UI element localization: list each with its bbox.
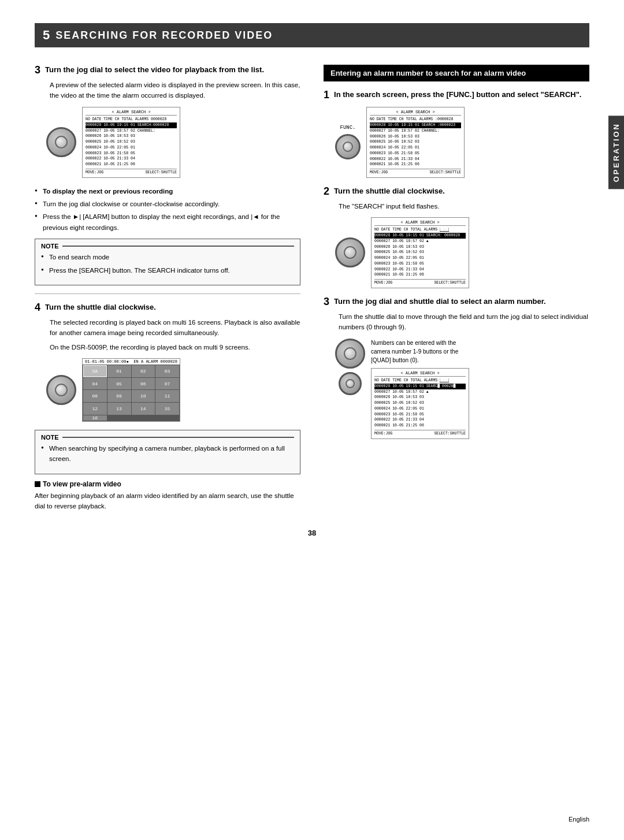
screen-r3-row4: 0000024 10-05 22:05 01 [374, 406, 466, 412]
right-step-3-body1: Turn the shuttle dial to move through th… [339, 311, 589, 333]
step-3-body: A preview of the selected alarm video is… [50, 80, 300, 101]
func-button [335, 134, 361, 159]
right-step-3-dials [335, 339, 365, 395]
right-step-2-number: 2 [324, 186, 329, 198]
to-view-heading-text: To view pre-alarm video [43, 480, 121, 488]
right-step-3-right-area: Numbers can be entered with the camera n… [371, 339, 475, 439]
grid-cell-01: 01 [107, 365, 131, 377]
chapter-title: SEARCHING FOR RECORDED VIDEO [55, 29, 273, 42]
screen-row-1d: 0000024 10-05 22:05 01 [86, 145, 177, 151]
alarm-screen-right-1: < ALARM SEARCH > NO DATE TIME CH TOTAL A… [366, 107, 465, 178]
right-step-1: 1 In the search screen, press the [FUNC.… [324, 90, 589, 178]
page-number: 38 [35, 529, 589, 537]
note-1-item-2: Press the [SEARCH] button. The SEARCH in… [41, 265, 294, 276]
jog-dial-inner-r2 [344, 246, 356, 259]
step-4-figure: 01-01-05 00:00:00●EN A ALARM 0000028 SA … [46, 358, 300, 422]
multi-screen-header: 01-01-05 00:00:00●EN A ALARM 0000028 [83, 359, 180, 365]
step-4-number: 4 [35, 302, 40, 314]
right-step-1-title: In the search screen, press the [FUNC.] … [334, 90, 581, 100]
jog-dial-inner-r3a [344, 347, 356, 360]
screen-r1-title: < ALARM SEARCH > [370, 109, 461, 116]
bullet-press: Press the ►| [ALARM] button to display t… [35, 211, 300, 233]
screen-r1-highlight: 0000028 10-05 19:15 01 SEARCH :0000023 [370, 122, 461, 128]
right-step-3-figure: Numbers can be entered with the camera n… [335, 339, 589, 439]
screen-row-1e: 0000023 10-05 21:58 05 [86, 151, 177, 157]
step-3: 3 Turn the jog dial to select the video … [35, 65, 300, 178]
step-3-bullets: To display the next or previous recordin… [35, 186, 300, 233]
to-view-body: After beginning playback of an alarm vid… [35, 490, 300, 512]
grid-cell-14: 14 [132, 403, 155, 415]
func-button-inner [343, 142, 353, 152]
screen-r3-title: < ALARM SEARCH > [374, 370, 466, 377]
grid-cell-16: 16 [83, 415, 107, 421]
note-label-2: NOTE [41, 434, 294, 441]
screen-r3-header: NO DATE TIME CH TOTAL ALARMS ████ [374, 378, 466, 384]
jog-dial-right-3a [335, 339, 365, 369]
screen-row-1c: 0000025 10-05 10:52 03 [86, 139, 177, 145]
alarm-screen-right-2: < ALARM SEARCH > NO DATE TIME CH TOTAL A… [371, 217, 469, 288]
right-step-2-body: The "SEARCH" input field flashes. [339, 201, 589, 211]
note-1-list: To end search mode Press the [SEARCH] bu… [41, 252, 294, 276]
right-step-2-title: Turn the shuttle dial clockwise. [334, 186, 445, 196]
screen-r2-footer: MOVE:JOGSELECT:SHUTTLE [374, 279, 466, 286]
main-content: 3 Turn the jog dial to select the video … [35, 65, 589, 511]
screen-r3-row3: 0000025 10-05 10:52 03 [374, 400, 466, 406]
screen-r3-row1: 0000027 10-05 18:57 02 ▲ [374, 389, 466, 395]
jog-dial-inner-4 [55, 384, 68, 396]
jog-dial-inner [55, 136, 68, 148]
screen-title-1: < ALARM SEARCH > [86, 109, 177, 116]
page-language: English [569, 816, 589, 823]
right-column: Entering an alarm number to search for a… [324, 65, 589, 511]
func-button-area: FUNC. [335, 125, 361, 159]
right-step-1-heading: 1 In the search screen, press the [FUNC.… [324, 90, 589, 101]
screen-r3-row2: 0000026 10-05 10:53 03 [374, 395, 466, 400]
grid-cell-02: 02 [132, 365, 155, 377]
screen-r2-header: NO DATE TIME CH TOTAL ALARMS ████ [374, 227, 466, 233]
multi-screen: 01-01-05 00:00:00●EN A ALARM 0000028 SA … [82, 358, 180, 422]
screen-r2-row5: 0000023 10-05 21:58 05 [374, 261, 466, 267]
grid-cell-11: 11 [155, 390, 179, 402]
step-3-figure: < ALARM SEARCH > NO DATE TIME CH TOTAL A… [46, 107, 300, 178]
screen-r2-row7: 0000021 10-05 21:25 06 [374, 272, 466, 278]
screen-footer-1: MOVE:JOGSELECT:SHUTTLE [86, 169, 177, 176]
right-step-2-figure: < ALARM SEARCH > NO DATE TIME CH TOTAL A… [335, 217, 589, 288]
screen-row-1b: 0000026 10-05 10:53 03 [86, 133, 177, 139]
right-step-2-heading: 2 Turn the shuttle dial clockwise. [324, 186, 589, 198]
note-label-1: NOTE [41, 243, 294, 250]
chapter-number: 5 [43, 28, 50, 43]
right-step-1-figure: FUNC. < ALARM SEARCH > NO DATE TIME CH T… [335, 107, 589, 178]
screen-r1-row6: 0000022 10-05 21:33 04 [370, 157, 461, 162]
screen-r2-row3: 0000025 10-05 10:52 03 [374, 250, 466, 255]
screen-r2-row1: 0000027 10-05 18:57 02 ▲ [374, 239, 466, 244]
grid-cell-12: 12 [83, 403, 107, 415]
grid-cell-sa: SA [83, 365, 107, 377]
to-view-heading: To view pre-alarm video [35, 480, 300, 488]
screen-r1-row1: 0000027 10-05 18:57 02 CHANNEL: [370, 128, 461, 134]
grid-cell-13: 13 [107, 403, 131, 415]
screen-r3-row7: 0000021 10-05 21:25 06 [374, 423, 466, 429]
screen-row-1f: 0000022 10-05 21:33 04 [86, 156, 177, 162]
screen-r3-row6: 0000022 10-05 21:33 04 [374, 417, 466, 423]
section-heading-box: Entering an alarm number to search for a… [324, 65, 589, 81]
note-2-item-1: When searching by specifying a camera nu… [41, 443, 294, 464]
screen-r1-row3: 0000025 10-05 10:52 03 [370, 139, 461, 145]
note-1-item-1: To end search mode [41, 252, 294, 262]
right-step-3-number: 3 [324, 296, 329, 308]
note-2-list: When searching by specifying a camera nu… [41, 443, 294, 464]
alarm-screen-right-3: < ALARM SEARCH > NO DATE TIME CH TOTAL A… [371, 368, 469, 439]
bullet-turn: Turn the jog dial clockwise or counter-c… [35, 199, 300, 209]
step-3-heading: 3 Turn the jog dial to select the video … [35, 65, 300, 76]
step-3-title: Turn the jog dial to select the video fo… [45, 65, 264, 75]
bullet-display: To display the next or previous recordin… [35, 186, 300, 196]
jog-dial-image [46, 127, 76, 157]
operation-tab: OPERATION [608, 116, 624, 189]
screen-r2-row2: 0000026 10-05 10:53 03 [374, 244, 466, 250]
grid-cell-06: 06 [132, 378, 155, 390]
step-4: 4 Turn the shuttle dial clockwise. The s… [35, 302, 300, 422]
right-step-2: 2 Turn the shuttle dial clockwise. The "… [324, 186, 589, 288]
jog-dial-right-3b [339, 372, 362, 395]
screen-header-1: NO DATE TIME CH TOTAL ALARMS 0000028 [86, 117, 177, 122]
jog-dial-inner-r3b [346, 379, 355, 388]
step-4-body1: The selected recording is played back on… [50, 317, 300, 339]
note-box-1: NOTE To end search mode Press the [SEARC… [35, 239, 300, 285]
